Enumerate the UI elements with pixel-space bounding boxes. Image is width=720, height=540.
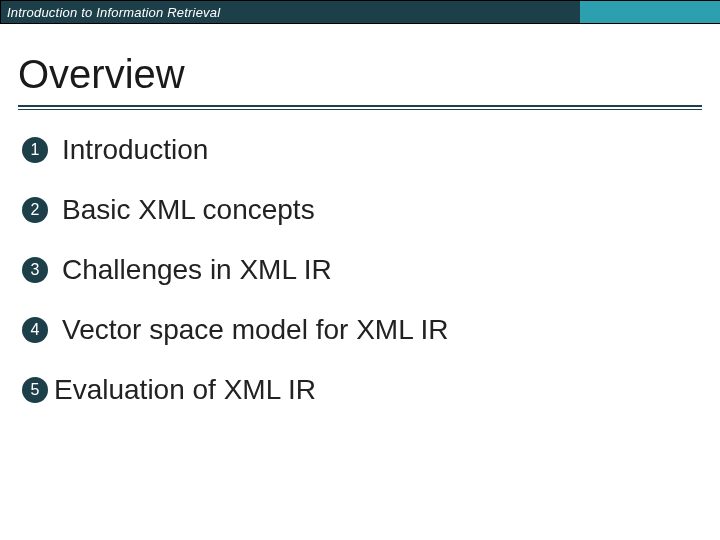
number-badge-icon: 1 bbox=[22, 137, 48, 163]
toc-label: Introduction bbox=[62, 134, 208, 166]
number-badge-icon: 5 bbox=[22, 377, 48, 403]
toc-item: 3 Challenges in XML IR bbox=[22, 254, 702, 286]
header-title: Introduction to Information Retrieval bbox=[1, 5, 220, 20]
toc-item: 5 Evaluation of XML IR bbox=[22, 374, 702, 406]
page-title: Overview bbox=[18, 52, 720, 97]
title-rule bbox=[0, 105, 720, 110]
toc-list: 1 Introduction 2 Basic XML concepts 3 Ch… bbox=[0, 134, 720, 406]
toc-label: Evaluation of XML IR bbox=[54, 374, 316, 406]
number-badge-icon: 4 bbox=[22, 317, 48, 343]
toc-label: Vector space model for XML IR bbox=[62, 314, 448, 346]
toc-item: 4 Vector space model for XML IR bbox=[22, 314, 702, 346]
toc-item: 1 Introduction bbox=[22, 134, 702, 166]
header-accent bbox=[580, 0, 720, 24]
number-badge-icon: 3 bbox=[22, 257, 48, 283]
toc-label: Challenges in XML IR bbox=[62, 254, 332, 286]
toc-label: Basic XML concepts bbox=[62, 194, 315, 226]
number-badge-icon: 2 bbox=[22, 197, 48, 223]
toc-item: 2 Basic XML concepts bbox=[22, 194, 702, 226]
slide-container: Introduction to Information Retrieval Ov… bbox=[0, 0, 720, 540]
